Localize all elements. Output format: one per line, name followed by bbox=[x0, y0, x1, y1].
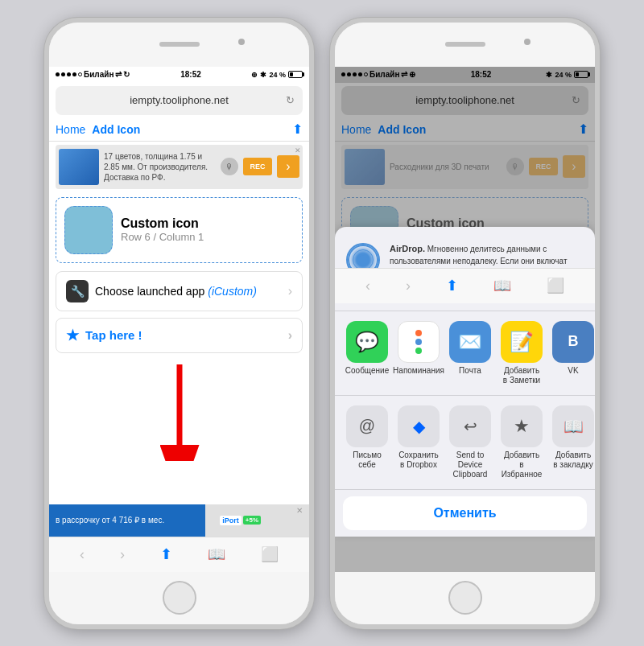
custom-icon-thumb-left bbox=[64, 206, 113, 254]
bookmark-icon: 📖 bbox=[552, 405, 594, 447]
cancel-button[interactable]: Отменить bbox=[343, 496, 587, 530]
airdrop-title: AirDrop. bbox=[390, 244, 425, 253]
time-left: 18:52 bbox=[180, 70, 201, 79]
arrow-area-left bbox=[49, 356, 309, 504]
bookmarks-button-left[interactable]: 📖 bbox=[201, 542, 232, 566]
tab-home-right[interactable]: Home bbox=[341, 121, 371, 138]
address-bar-left[interactable]: iempty.tooliphone.net ↻ bbox=[56, 86, 303, 115]
back-button-right[interactable]: ‹ bbox=[359, 274, 377, 298]
app-icon-left: 🔧 bbox=[66, 280, 89, 302]
phone-left: Билайн ⇌ ↻ 18:52 ⊕ ✱ 24 % iempty.tooliph… bbox=[44, 18, 314, 629]
time-right: 18:52 bbox=[471, 70, 492, 79]
rdot1 bbox=[341, 72, 345, 76]
bottom-toolbar-right: ‹ › ⬆ 📖 ⬜ bbox=[335, 268, 595, 303]
rdot5 bbox=[364, 72, 368, 76]
action-dropbox[interactable]: ◆ Сохранить в Dropbox bbox=[398, 405, 440, 479]
share-apps-row: 💬 Сообщение Напоминания ✉️ Поч bbox=[335, 311, 595, 396]
bookmark-label: Добавить в закладку bbox=[552, 451, 594, 470]
tab-home-left[interactable]: Home bbox=[56, 121, 85, 138]
share-icon-left[interactable]: ⬆ bbox=[292, 121, 303, 138]
rdot4 bbox=[358, 72, 362, 76]
mail-icon: ✉️ bbox=[449, 321, 491, 363]
iport-badge-left: iPort bbox=[220, 516, 242, 525]
mail-label: Почта bbox=[459, 366, 481, 376]
battery-text-left: 24 % bbox=[269, 71, 286, 79]
url-left: iempty.tooliphone.net bbox=[130, 94, 229, 106]
senddevice-label: Send to Device Clipboard bbox=[449, 451, 491, 479]
share-icon-right[interactable]: ⬆ bbox=[578, 121, 588, 138]
notes-icon: 📝 bbox=[501, 321, 543, 363]
share-button-right[interactable]: ⬆ bbox=[440, 274, 464, 298]
choose-app-row-left[interactable]: 🔧 Choose launched app (iCustom) › bbox=[56, 271, 303, 311]
phone-bottom-right bbox=[335, 572, 595, 624]
forward-button-left[interactable]: › bbox=[114, 543, 131, 566]
custom-icon-title-left: Custom icon bbox=[121, 216, 204, 231]
battery-icon-left bbox=[288, 71, 303, 78]
ad-image-right bbox=[345, 149, 385, 185]
share-button-left[interactable]: ⬆ bbox=[154, 542, 179, 566]
signal-dots-right bbox=[341, 72, 368, 76]
bookmarks-button-right[interactable]: 📖 bbox=[487, 274, 518, 298]
action-senddevice[interactable]: ↩ Send to Device Clipboard bbox=[449, 405, 491, 479]
cancel-label: Отменить bbox=[433, 506, 496, 520]
back-button-left[interactable]: ‹ bbox=[73, 543, 91, 566]
orient-icon-right: ⊕ bbox=[409, 70, 415, 79]
phone-right: Билайн ⇌ ⊕ 18:52 ✱ 24 % iempty.tooliphon… bbox=[330, 18, 600, 629]
dropbox-label: Сохранить в Dropbox bbox=[398, 451, 440, 470]
status-bar-right: Билайн ⇌ ⊕ 18:52 ✱ 24 % bbox=[335, 67, 595, 83]
battery-icon-right bbox=[574, 71, 588, 78]
ad-image-left bbox=[59, 149, 99, 185]
forward-button-right[interactable]: › bbox=[399, 274, 417, 298]
home-button-left[interactable] bbox=[163, 581, 196, 615]
ad-rec-right: REC bbox=[529, 158, 558, 175]
bluetooth-icon-left: ✱ bbox=[260, 71, 266, 79]
vk-icon: В bbox=[552, 321, 594, 363]
favorites-icon: ★ bbox=[501, 405, 543, 447]
bottom-toolbar-left: ‹ › ⬆ 📖 ⬜ bbox=[49, 537, 309, 572]
carrier-left: Билайн bbox=[84, 70, 114, 79]
ad-mic-left: 🎙 bbox=[221, 158, 238, 175]
battery-text-right: 24 % bbox=[555, 71, 572, 79]
choose-app-sublabel-left: (iCustom) bbox=[208, 285, 257, 298]
share-app-reminders[interactable]: Напоминания bbox=[398, 321, 440, 385]
share-app-mail[interactable]: ✉️ Почта bbox=[449, 321, 491, 385]
status-bar-left: Билайн ⇌ ↻ 18:52 ⊕ ✱ 24 % bbox=[49, 67, 309, 83]
tab-addicon-right[interactable]: Add Icon bbox=[378, 121, 426, 138]
choose-app-label-left: Choose launched app bbox=[95, 285, 204, 298]
action-favorites[interactable]: ★ Добавить в Избранное bbox=[501, 405, 543, 479]
share-app-messages[interactable]: 💬 Сообщение bbox=[346, 321, 388, 385]
phone-top-right bbox=[335, 23, 595, 67]
address-bar-right[interactable]: iempty.tooliphone.net ↻ bbox=[341, 86, 588, 115]
selfmail-icon: @ bbox=[346, 405, 388, 447]
custom-icon-info-left: Custom icon Row 6 / Column 1 bbox=[121, 216, 204, 243]
dot4 bbox=[72, 72, 76, 76]
action-selfmail[interactable]: @ Письмо себе bbox=[346, 405, 388, 479]
bottom-ad-text-left: в рассрочку от 4 716 ₽ в мес. bbox=[56, 516, 164, 525]
ad-banner-left: 17 цветов, толщина 1.75 и 2.85 мм. От пр… bbox=[56, 145, 303, 189]
share-actions-row: @ Письмо себе ◆ Сохранить в Dropbox ↩ Se… bbox=[335, 396, 595, 490]
status-right-right: ✱ 24 % bbox=[546, 71, 588, 79]
battery-fill-right bbox=[576, 72, 579, 76]
share-app-notes[interactable]: 📝 Добавить в Заметки bbox=[501, 321, 543, 385]
ad-close-left[interactable]: ✕ bbox=[295, 146, 301, 154]
tabs-button-left[interactable]: ⬜ bbox=[254, 542, 285, 566]
bottom-ad-left: в рассрочку от 4 716 ₽ в мес. iPort +5% … bbox=[49, 504, 309, 537]
red-arrow-left bbox=[155, 364, 204, 461]
share-app-vk[interactable]: В VK bbox=[552, 321, 594, 385]
ad-mic-right: 🎙 bbox=[506, 158, 524, 175]
action-bookmark[interactable]: 📖 Добавить в закладку bbox=[552, 405, 594, 479]
senddevice-icon: ↩ bbox=[449, 405, 491, 447]
home-button-right[interactable] bbox=[448, 581, 482, 615]
orientation-icon: ⊕ bbox=[251, 71, 258, 79]
reload-icon-right[interactable]: ↻ bbox=[572, 94, 580, 106]
ad-x-left[interactable]: ✕ bbox=[296, 506, 303, 515]
screen-left: Билайн ⇌ ↻ 18:52 ⊕ ✱ 24 % iempty.tooliph… bbox=[49, 67, 309, 572]
battery-fill-left bbox=[290, 72, 293, 76]
ad-arrow-btn-right: › bbox=[563, 155, 585, 178]
tap-row-left[interactable]: ★ Tap here ! › bbox=[56, 318, 303, 353]
tabs-button-right[interactable]: ⬜ bbox=[540, 274, 571, 298]
tab-addicon-left[interactable]: Add Icon bbox=[92, 121, 140, 138]
wifi-icon-right: ⇌ bbox=[401, 70, 407, 79]
reload-icon-left[interactable]: ↻ bbox=[286, 94, 295, 106]
url-right: iempty.tooliphone.net bbox=[415, 94, 514, 106]
